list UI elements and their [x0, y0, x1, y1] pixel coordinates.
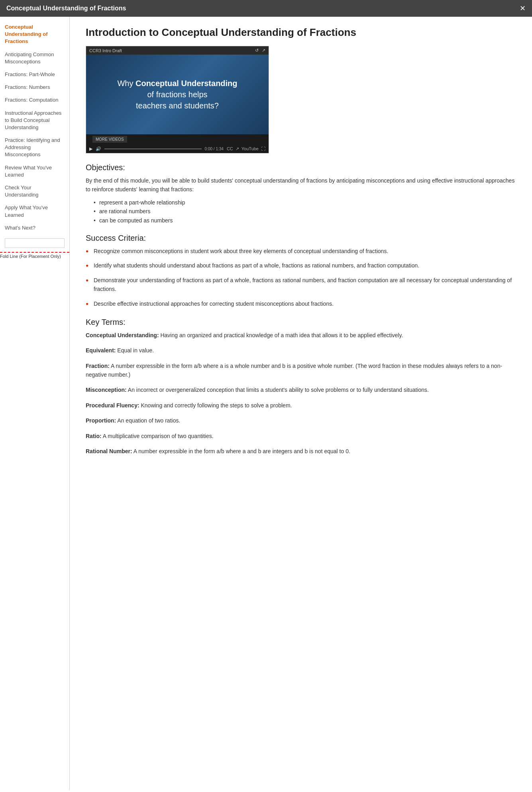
objectives-list: represent a part-whole relationship are … [94, 198, 516, 225]
fold-line-marker: Fold Line (For Placement Only) [0, 252, 69, 259]
key-term-def-4: An incorrect or overgeneralized concepti… [128, 387, 429, 393]
key-term-word-7: Ratio: [86, 433, 102, 439]
key-term-procedural-fluency: Procedural Fluency: Knowing and correctl… [86, 401, 516, 410]
sidebar-item-fractions-part-whole[interactable]: Fractions: Part-Whole [0, 68, 69, 81]
sidebar-item-whats-next[interactable]: What's Next? [0, 222, 69, 234]
key-term-def-5: Knowing and correctly following the step… [141, 402, 292, 409]
success-item-3: Demonstrate your understanding of fracti… [86, 276, 516, 294]
objective-item-3: can be computed as numbers [94, 216, 516, 225]
sidebar-item-review[interactable]: Review What You've Learned [0, 161, 69, 181]
key-term-def-7: A multiplicative comparison of two quant… [103, 433, 214, 439]
key-term-word-5: Procedural Fluency: [86, 402, 139, 409]
video-more-bar: MORE VIDEOS [86, 134, 269, 145]
objective-item-1: represent a part-whole relationship [94, 198, 516, 207]
success-item-4: Describe effective instructional approac… [86, 299, 516, 308]
video-icon-1: ↺ [255, 48, 259, 53]
key-term-misconception: Misconception: An incorrect or overgener… [86, 385, 516, 394]
key-term-word-1: Conceptual Understanding: [86, 332, 159, 338]
key-term-ratio: Ratio: A multiplicative comparison of tw… [86, 432, 516, 440]
youtube-label: YouTube [241, 146, 259, 151]
key-term-conceptual-understanding: Conceptual Understanding: Having an orga… [86, 331, 516, 340]
key-term-word-2: Equivalent: [86, 347, 116, 354]
play-button-icon[interactable]: ▶ [89, 146, 92, 151]
fullscreen-icon[interactable]: ⛶ [261, 146, 265, 151]
sidebar-item-practice-identifying[interactable]: Practice: Identifying and Addressing Mis… [0, 134, 69, 161]
app-header: Conceptual Understanding of Fractions ✕ [0, 0, 532, 17]
main-container: Conceptual Understanding of Fractions An… [0, 17, 532, 790]
video-title: CCR3 Intro Draft [89, 48, 122, 53]
sidebar-item-fractions-numbers[interactable]: Fractions: Numbers [0, 81, 69, 94]
sidebar-item-anticipating[interactable]: Anticipating Common Misconceptions [0, 48, 69, 68]
volume-icon[interactable]: 🔊 [96, 146, 101, 151]
key-term-def-1: Having an organized and practical knowle… [160, 332, 403, 338]
key-term-equivalent: Equivalent: Equal in value. [86, 346, 516, 355]
key-term-rational-number: Rational Number: A number expressible in… [86, 447, 516, 456]
video-progress-bar[interactable] [104, 148, 202, 149]
objectives-heading: Objectives: [86, 163, 516, 172]
fold-line-label: Fold Line (For Placement Only) [0, 254, 61, 259]
main-content: Introduction to Conceptual Understanding… [70, 17, 532, 790]
sidebar-item-apply[interactable]: Apply What You've Learned [0, 201, 69, 221]
key-term-word-4: Misconception: [86, 387, 127, 393]
success-criteria-heading: Success Criteria: [86, 234, 516, 243]
key-term-def-2: Equal in value. [117, 347, 154, 354]
share-icon[interactable]: ↗ [236, 146, 239, 151]
sidebar: Conceptual Understanding of Fractions An… [0, 17, 70, 790]
video-right-controls: CC ↗ YouTube ⛶ [227, 146, 265, 151]
success-item-1: Recognize common misconceptions in stude… [86, 247, 516, 255]
key-term-def-3: A number expressible in the form a/b whe… [86, 363, 502, 378]
objectives-intro: By the end of this module, you will be a… [86, 176, 516, 194]
sidebar-search-input[interactable] [5, 238, 65, 248]
sidebar-item-fractions-computation[interactable]: Fractions: Computation [0, 94, 69, 106]
key-terms-heading: Key Terms: [86, 318, 516, 327]
key-terms-section: Key Terms: Conceptual Understanding: Hav… [86, 318, 516, 456]
success-item-2: Identify what students should understand… [86, 261, 516, 270]
sidebar-item-conceptual-understanding[interactable]: Conceptual Understanding of Fractions [0, 21, 69, 48]
key-term-word-3: Fraction: [86, 363, 110, 369]
sidebar-item-check-understanding[interactable]: Check Your Understanding [0, 181, 69, 201]
sidebar-search-container [5, 238, 65, 248]
sidebar-item-instructional-approaches[interactable]: Instructional Approaches to Build Concep… [0, 107, 69, 134]
video-time-display: 0:00 / 1:34 [205, 147, 224, 151]
video-header-icons: ↺ ↗ [255, 48, 265, 53]
objective-item-2: are rational numbers [94, 207, 516, 216]
close-button[interactable]: ✕ [520, 4, 526, 13]
video-overlay-text: Why Conceptual Understandingof fractions… [117, 78, 237, 111]
video-header: CCR3 Intro Draft ↺ ↗ [86, 46, 269, 55]
video-body[interactable]: Why Conceptual Understandingof fractions… [86, 55, 269, 134]
video-controls: ▶ 🔊 0:00 / 1:34 CC ↗ YouTube ⛶ [86, 145, 269, 153]
success-criteria-list: Recognize common misconceptions in stude… [86, 247, 516, 308]
video-icon-2: ↗ [262, 48, 265, 53]
key-term-fraction: Fraction: A number expressible in the fo… [86, 362, 516, 379]
key-term-word-8: Rational Number: [86, 448, 132, 454]
header-title: Conceptual Understanding of Fractions [6, 5, 126, 12]
page-title: Introduction to Conceptual Understanding… [86, 26, 516, 39]
cc-button[interactable]: CC [227, 146, 233, 151]
more-videos-button[interactable]: MORE VIDEOS [92, 136, 127, 143]
key-term-word-6: Proportion: [86, 417, 116, 424]
key-term-proportion: Proportion: An equation of two ratios. [86, 416, 516, 425]
key-term-def-6: An equation of two ratios. [117, 417, 180, 424]
key-term-def-8: A number expressible in the form a/b whe… [133, 448, 350, 454]
video-player: CCR3 Intro Draft ↺ ↗ Why Conceptual Unde… [86, 46, 269, 153]
